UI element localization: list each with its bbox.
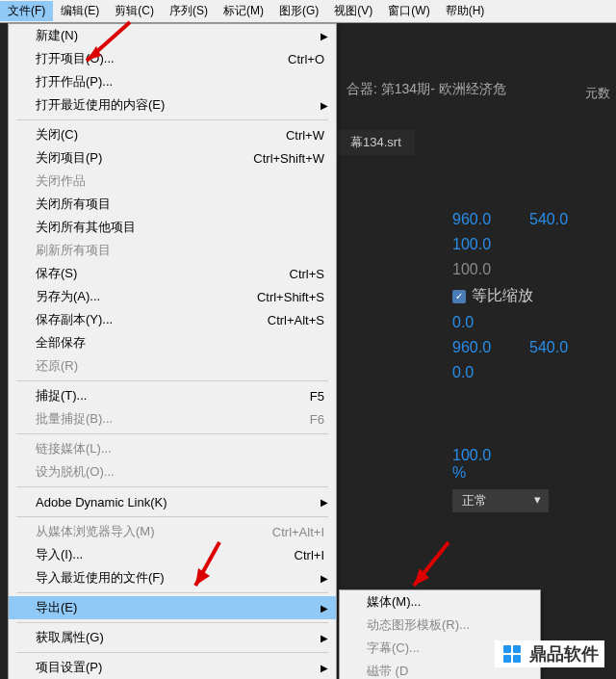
value-disabled: 100.0 [452,261,500,278]
menu-item[interactable]: 导出(E)▶ [9,596,336,619]
menubar-item[interactable]: 视图(V) [326,1,380,21]
value[interactable]: 960.0 [452,339,500,356]
menu-item[interactable]: 打开作品(P)... [9,70,336,93]
menu-item[interactable]: 导入(I)...Ctrl+I [9,543,336,566]
submenu-item: 动态图形模板(R)... [340,614,540,637]
menubar-item[interactable]: 文件(F) [0,1,53,21]
menubar-item[interactable]: 标记(M) [216,1,271,21]
menu-separator [16,433,328,434]
menu-item[interactable]: 关闭所有其他项目 [9,216,336,239]
menu-separator [16,486,328,487]
value[interactable]: 540.0 [529,339,578,356]
menu-item[interactable]: 关闭(C)Ctrl+W [9,123,336,146]
properties-list: 960.0540.0 100.0 100.0 ✓等比缩放 0.0 960.054… [337,207,616,516]
chevron-right-icon: ▶ [321,573,328,584]
value[interactable]: 540.0 [529,211,578,228]
menu-separator [16,622,328,623]
menu-item-label: 打开项目(O)... [36,50,288,67]
menubar-item[interactable]: 帮助(H) [438,1,493,21]
menu-item-label: 动态图形模板(R)... [367,616,528,634]
menu-item[interactable]: 另存为(A)...Ctrl+Shift+S [9,285,336,308]
menu-item-label: 另存为(A)... [36,288,257,305]
menu-item-label: 关闭(C) [36,126,286,144]
menu-item: 设为脱机(O)... [9,460,336,483]
menu-item[interactable]: 打开项目(O)...Ctrl+O [9,47,336,70]
menu-item-label: 导入最近使用的文件(F) [36,569,324,587]
menubar-item[interactable]: 图形(G) [271,1,326,21]
value[interactable]: 0.0 [452,314,500,331]
menu-separator [16,119,328,120]
srt-tab[interactable]: 幕134.srt [337,130,415,155]
menubar-item[interactable]: 编辑(E) [53,1,107,21]
menu-item-label: 捕捉(T)... [36,387,310,405]
chevron-right-icon: ▶ [321,633,328,643]
menu-shortcut: Ctrl+Alt+I [272,525,324,539]
menu-item-label: 媒体(M)... [367,593,528,611]
menu-separator [16,516,328,517]
value[interactable]: 100.0 % [452,447,500,482]
metadata-label: 元数 [585,85,610,102]
chevron-right-icon: ▶ [321,100,328,111]
menu-item[interactable]: 导入最近使用的文件(F)▶ [9,566,336,589]
menu-item[interactable]: 保存(S)Ctrl+S [9,262,336,285]
menubar-item[interactable]: 剪辑(C) [107,1,162,21]
menu-item: 刷新所有项目 [9,239,336,262]
menu-item[interactable]: 打开最近使用的内容(E)▶ [9,93,336,117]
svg-rect-2 [503,655,511,663]
menu-item: 还原(R) [9,354,336,378]
chevron-right-icon: ▶ [321,31,328,41]
checkbox-row[interactable]: ✓等比缩放 [337,282,616,310]
menubar-item[interactable]: 窗口(W) [380,1,437,21]
menu-item-label: Adobe Dynamic Link(K) [36,495,324,509]
menu-item-label: 关闭所有项目 [36,196,324,213]
menu-item-label: 关闭所有其他项目 [36,219,324,236]
value[interactable]: 0.0 [452,364,500,381]
chevron-right-icon: ▶ [321,603,328,614]
chevron-right-icon: ▶ [321,497,328,508]
menu-item-label: 全部保存 [36,334,324,352]
menu-item[interactable]: 项目设置(P)▶ [9,656,336,679]
menu-item-label: 批量捕捉(B)... [36,410,310,428]
menu-shortcut: Ctrl+W [286,128,324,143]
menu-item[interactable]: 捕捉(T)...F5 [9,384,336,407]
menu-shortcut: Ctrl+Shift+W [253,151,324,166]
menu-item[interactable]: 关闭项目(P)Ctrl+Shift+W [9,146,336,170]
menu-shortcut: Ctrl+Alt+S [268,313,324,327]
menu-item[interactable]: Adobe Dynamic Link(K)▶ [9,490,336,513]
menu-shortcut: F6 [310,412,324,427]
submenu-item[interactable]: 媒体(M)... [340,590,540,614]
blend-mode-select[interactable]: 正常 [452,489,549,512]
value[interactable]: 960.0 [452,211,500,228]
menu-item[interactable]: 获取属性(G)▶ [9,626,336,649]
menubar: 文件(F)编辑(E)剪辑(C)序列(S)标记(M)图形(G)视图(V)窗口(W)… [0,0,616,23]
menu-item: 链接媒体(L)... [9,437,336,460]
menu-item[interactable]: 关闭所有项目 [9,193,336,216]
check-icon[interactable]: ✓ [452,290,466,303]
svg-rect-1 [513,645,521,653]
menu-item-label: 保存副本(Y)... [36,311,268,328]
panel-header: 合器: 第134期- 欧洲经济危 [337,23,616,108]
menu-item[interactable]: 全部保存 [9,331,336,354]
logo-text: 鼎品软件 [529,642,599,666]
menu-item-label: 刷新所有项目 [36,242,324,259]
svg-rect-3 [513,655,521,663]
menu-item-label: 关闭项目(P) [36,149,253,167]
logo-icon [500,642,524,666]
menu-shortcut: Ctrl+I [295,548,324,562]
menu-item: 关闭作品 [9,170,336,193]
menu-item-label: 还原(R) [36,357,324,375]
menu-item-label: 关闭作品 [36,172,324,190]
menu-item[interactable]: 保存副本(Y)...Ctrl+Alt+S [9,308,336,331]
menu-item-label: 保存(S) [36,265,290,282]
menu-item-label: 从媒体浏览器导入(M) [36,523,272,540]
file-menu-dropdown: 新建(N)▶打开项目(O)...Ctrl+O打开作品(P)...打开最近使用的内… [8,23,337,679]
menu-shortcut: Ctrl+S [290,267,324,281]
menu-item[interactable]: 新建(N)▶ [9,24,336,47]
svg-rect-0 [503,645,511,653]
menu-item-label: 打开最近使用的内容(E) [36,96,324,114]
value[interactable]: 100.0 [452,236,500,253]
menu-item-label: 导入(I)... [36,546,295,563]
checkbox-label: 等比缩放 [472,286,533,306]
menu-item-label: 新建(N) [36,27,324,44]
menubar-item[interactable]: 序列(S) [162,1,216,21]
